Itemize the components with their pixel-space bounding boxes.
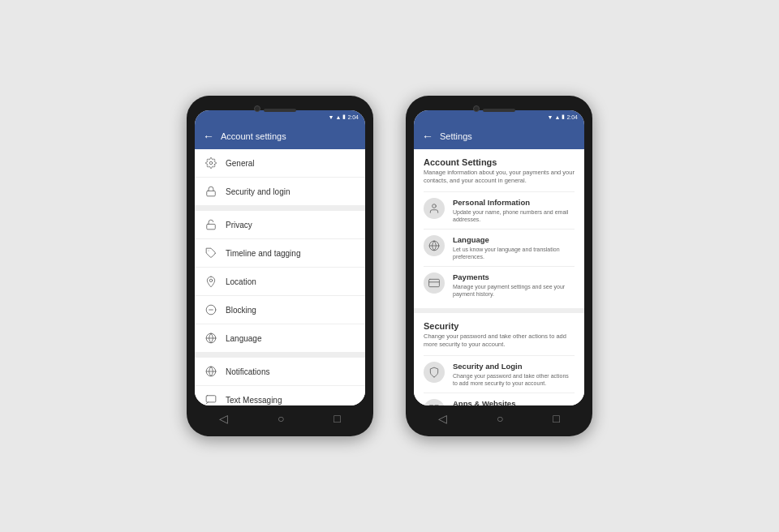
menu-label-notifications: Notifications — [226, 367, 269, 376]
header-title-right: Settings — [440, 131, 472, 141]
privacy-icon — [204, 218, 217, 231]
menu-label-general: General — [226, 159, 255, 168]
message-icon — [204, 393, 217, 405]
svg-rect-2 — [207, 224, 216, 229]
payments-desc: Manage your payment settings and see you… — [453, 283, 575, 298]
home-nav-left[interactable]: ○ — [278, 412, 284, 425]
apps-websites-title: Apps & Websites — [453, 399, 575, 405]
menu-item-security[interactable]: Security and login — [195, 178, 365, 206]
personal-info-desc: Update your name, phone numbers and emai… — [453, 208, 575, 223]
status-bar-left: ▼ ▲ ▮ 2:04 — [195, 110, 365, 123]
security-login-text: Security and Login Change your password … — [453, 362, 575, 387]
square-nav-right[interactable]: □ — [553, 412, 559, 425]
security-section: Security Change your password and take o… — [414, 313, 584, 405]
menu-label-privacy: Privacy — [226, 221, 252, 230]
phones-container: ▼ ▲ ▮ 2:04 ← Account settings General — [187, 96, 592, 436]
globe-icon — [204, 332, 217, 345]
header-bar-left: ← Account settings — [195, 123, 365, 149]
menu-label-timeline: Timeline and tagging — [226, 249, 300, 258]
menu-label-language: Language — [226, 334, 262, 343]
signal-icon: ▲ — [335, 114, 341, 120]
location-icon — [204, 275, 217, 288]
svg-rect-16 — [429, 279, 440, 286]
phone-camera-left — [254, 105, 260, 112]
status-icons-left: ▼ ▲ ▮ 2:04 — [329, 114, 359, 120]
status-icons-right: ▼ ▲ ▮ 2:04 — [548, 114, 579, 120]
phone-camera-right — [473, 105, 480, 112]
svg-point-0 — [209, 161, 213, 165]
security-desc: Change your password and take other acti… — [424, 332, 575, 349]
menu-item-text-messaging[interactable]: Text Messaging — [195, 386, 365, 405]
phone-nav-right: ◁ ○ □ — [414, 405, 584, 428]
menu-label-security: Security and login — [226, 187, 291, 196]
signal-icon-right: ▲ — [554, 114, 560, 120]
lock-icon — [204, 185, 217, 198]
payments-title: Payments — [453, 272, 575, 281]
header-bar-right: ← Settings — [414, 123, 584, 149]
svg-rect-1 — [207, 191, 216, 195]
menu-item-general[interactable]: General — [195, 149, 365, 178]
person-icon — [424, 198, 445, 219]
settings-item-language[interactable]: Language Let us know your language and t… — [424, 229, 575, 266]
minus-circle-icon — [204, 303, 217, 316]
language-desc: Let us know your language and translatio… — [453, 246, 575, 260]
notifications-icon — [204, 365, 217, 378]
settings-content-right: Account Settings Manage information abou… — [414, 149, 584, 405]
header-title-left: Account settings — [221, 131, 286, 141]
phone-nav-left: ◁ ○ □ — [195, 405, 365, 428]
battery-icon: ▮ — [342, 114, 346, 120]
menu-item-blocking[interactable]: Blocking — [195, 296, 365, 324]
apps-websites-text: Apps & Websites — [453, 399, 575, 405]
wifi-icon-right: ▼ — [548, 114, 553, 120]
language-globe-icon — [424, 235, 445, 256]
tag-icon — [204, 247, 217, 260]
square-nav-left[interactable]: □ — [334, 412, 340, 425]
payments-icon — [424, 272, 445, 294]
phone-right: ▼ ▲ ▮ 2:04 ← Settings Account Settings M… — [406, 96, 592, 436]
gear-icon — [204, 157, 217, 169]
language-text: Language Let us know your language and t… — [453, 235, 575, 260]
back-button-right[interactable]: ← — [422, 130, 433, 143]
account-settings-section: Account Settings Manage information abou… — [414, 149, 584, 308]
menu-label-location: Location — [226, 277, 256, 286]
back-button-left[interactable]: ← — [203, 130, 214, 143]
menu-list-left: General Security and login Privacy — [195, 149, 365, 405]
time-right: 2:04 — [566, 114, 578, 120]
wifi-icon: ▼ — [329, 114, 334, 120]
settings-item-security-login[interactable]: Security and Login Change your password … — [424, 355, 575, 393]
battery-icon-right: ▮ — [562, 114, 565, 120]
svg-rect-11 — [206, 396, 216, 402]
status-bar-right: ▼ ▲ ▮ 2:04 — [414, 110, 584, 123]
personal-info-title: Personal Information — [453, 198, 575, 207]
phone-screen-left: ▼ ▲ ▮ 2:04 ← Account settings General — [195, 110, 365, 405]
settings-item-apps-websites[interactable]: Apps & Websites — [424, 393, 575, 405]
menu-item-language[interactable]: Language — [195, 324, 365, 353]
security-login-desc: Change your password and take other acti… — [453, 372, 575, 387]
security-title: Security — [424, 321, 575, 331]
language-title: Language — [453, 235, 575, 244]
phone-screen-right: ▼ ▲ ▮ 2:04 ← Settings Account Settings M… — [414, 110, 584, 405]
account-settings-title: Account Settings — [424, 157, 575, 167]
svg-point-13 — [433, 204, 437, 208]
svg-point-4 — [209, 279, 213, 282]
personal-info-text: Personal Information Update your name, p… — [453, 198, 575, 223]
settings-item-payments[interactable]: Payments Manage your payment settings an… — [424, 266, 575, 303]
back-nav-left[interactable]: ◁ — [219, 412, 228, 425]
payments-text: Payments Manage your payment settings an… — [453, 272, 575, 298]
settings-item-personal-info[interactable]: Personal Information Update your name, p… — [424, 191, 575, 229]
time-left: 2:04 — [347, 114, 359, 120]
menu-item-notifications[interactable]: Notifications — [195, 358, 365, 386]
shield-icon — [424, 362, 445, 383]
grid-icon — [424, 399, 445, 405]
security-login-title: Security and Login — [453, 362, 575, 371]
phone-left: ▼ ▲ ▮ 2:04 ← Account settings General — [187, 96, 373, 436]
menu-label-blocking: Blocking — [226, 306, 256, 315]
menu-item-location[interactable]: Location — [195, 268, 365, 296]
home-nav-right[interactable]: ○ — [497, 412, 503, 425]
back-nav-right[interactable]: ◁ — [438, 412, 447, 425]
account-settings-desc: Manage information about you, your payme… — [424, 169, 575, 185]
menu-item-timeline[interactable]: Timeline and tagging — [195, 239, 365, 268]
menu-item-privacy[interactable]: Privacy — [195, 211, 365, 239]
menu-label-text-messaging: Text Messaging — [226, 396, 282, 405]
